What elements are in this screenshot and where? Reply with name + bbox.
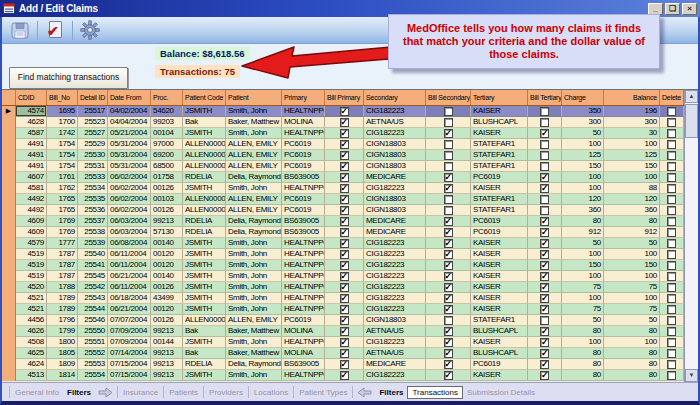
cell-cdid[interactable]: 4492 [16,205,47,216]
cell-patient[interactable]: Delia, Raymond [226,359,282,370]
row-selector[interactable] [2,282,16,293]
cell-balance[interactable]: 150 [604,260,660,271]
cell-date-from[interactable]: 07/14/2004 [108,348,151,359]
cell-balance[interactable]: 75 [604,282,660,293]
cell-detail-id[interactable]: 25551 [78,337,108,348]
cell-tertiary[interactable]: PC6019 [471,227,528,238]
bill-secondary-checkbox[interactable] [444,327,453,336]
table-row[interactable]: 445617962554607/07/200400126ALLEN0000ALL… [2,315,684,326]
column-header-charge[interactable]: Charge [562,90,604,105]
cell-primary[interactable]: BS639005 [282,227,325,238]
cell-charge[interactable]: 100 [562,293,604,304]
cell-date-from[interactable]: 06/03/2004 [108,216,151,227]
table-row[interactable]: 451917872554506/21/200400140JSMITHSmith,… [2,271,684,282]
cell-date-from[interactable]: 06/18/2004 [108,293,151,304]
row-selector[interactable] [2,139,16,150]
cell-detail-id[interactable]: 25537 [78,216,108,227]
cell-balance[interactable]: 80 [604,348,660,359]
cell-detail-id[interactable]: 25554 [78,370,108,381]
cell-bill-no[interactable]: 1765 [47,205,78,216]
cell-proc[interactable]: 99213 [151,370,183,381]
table-row[interactable]: 458717422552705/21/200400104JSMITHSmith,… [2,128,684,139]
delete-checkbox[interactable] [667,316,676,325]
cell-detail-id[interactable]: 25542 [78,282,108,293]
row-selector[interactable] [2,227,16,238]
cell-secondary[interactable]: MEDICARE [364,227,426,238]
cell-patient[interactable]: Smith, John [226,337,282,348]
cell-secondary[interactable]: MEDICARE [364,216,426,227]
find-matching-transactions-button[interactable]: Find matching transactions [9,67,128,89]
cell-secondary[interactable]: CIGN18803 [364,315,426,326]
cell-balance[interactable]: 80 [604,216,660,227]
cell-balance[interactable]: 150 [604,161,660,172]
tab-submission-details[interactable]: Submission Details [463,388,539,397]
table-row[interactable]: 458117622553406/02/200400126JSMITHSmith,… [2,183,684,194]
bill-tertiary-checkbox[interactable] [540,272,549,281]
table-row[interactable]: 449117542552905/31/200497000ALLEN0000ALL… [2,139,684,150]
cell-bill-no[interactable]: 1800 [47,337,78,348]
cell-detail-id[interactable]: 25531 [78,161,108,172]
cell-primary[interactable]: BS639005 [282,216,325,227]
minimize-button[interactable]: _ [648,3,663,15]
cell-date-from[interactable]: 06/11/2004 [108,282,151,293]
cell-charge[interactable]: 360 [562,205,604,216]
delete-checkbox[interactable] [667,140,676,149]
delete-checkbox[interactable] [667,184,676,193]
bill-primary-checkbox[interactable] [340,316,349,325]
table-row[interactable]: 449217652553606/02/200400126ALLEN0000ALL… [2,205,684,216]
cell-tertiary[interactable]: STATEFAR1 [471,315,528,326]
cell-primary[interactable]: HEALTNPPO [282,260,325,271]
cell-patient-code[interactable]: ALLEN0000 [183,315,226,326]
cell-balance[interactable]: 50 [604,238,660,249]
cell-detail-id[interactable]: 25536 [78,205,108,216]
column-header-bill-tertiary[interactable]: Bill Tertiary [528,90,562,105]
cell-detail-id[interactable]: 25517 [78,106,108,117]
cell-tertiary[interactable]: STATEFAR1 [471,205,528,216]
bill-tertiary-checkbox[interactable] [540,338,549,347]
bill-tertiary-checkbox[interactable] [540,371,549,380]
cell-proc[interactable]: 00120 [151,260,183,271]
cell-cdid[interactable]: 4581 [16,183,47,194]
bill-secondary-checkbox[interactable] [444,338,453,347]
cell-detail-id[interactable]: 25550 [78,326,108,337]
cell-proc[interactable]: 99203 [151,117,183,128]
cell-secondary[interactable]: CIGN18803 [364,194,426,205]
cell-patient-code[interactable]: JSMITH [183,304,226,315]
column-header-balance[interactable]: Balance [604,90,660,105]
cell-balance[interactable]: 100 [604,139,660,150]
table-row[interactable]: 450818002555107/09/200400144JSMITHSmith,… [2,337,684,348]
cell-charge[interactable]: 912 [562,227,604,238]
bill-secondary-checkbox[interactable] [444,294,453,303]
cell-patient-code[interactable]: RDELIA [183,216,226,227]
row-selector[interactable] [2,117,16,128]
bill-primary-checkbox[interactable] [340,360,349,369]
cell-patient-code[interactable]: Bak [183,348,226,359]
bill-primary-checkbox[interactable] [340,250,349,259]
cell-balance[interactable]: 912 [604,227,660,238]
cell-date-from[interactable]: 06/21/2004 [108,304,151,315]
cell-secondary[interactable]: CIG182223 [364,128,426,139]
cell-date-from[interactable]: 07/09/2004 [108,337,151,348]
cell-primary[interactable]: HEALTNPPO [282,293,325,304]
column-header-date-from[interactable]: Date From [108,90,151,105]
cell-patient[interactable]: Smith, John [226,293,282,304]
column-header-patient-code[interactable]: Patient Code [183,90,226,105]
table-row[interactable]: 462617992555007/09/200499213BakBaker, Ma… [2,326,684,337]
cell-proc[interactable]: 00126 [151,282,183,293]
delete-checkbox[interactable] [667,305,676,314]
cell-detail-id[interactable]: 25539 [78,238,108,249]
cell-charge[interactable]: 120 [562,194,604,205]
column-header-proc[interactable]: Proc. [151,90,183,105]
bill-tertiary-checkbox[interactable] [540,129,549,138]
cell-charge[interactable]: 80 [562,370,604,381]
table-row[interactable]: 460917692553806/03/200457130RDELIADelia,… [2,227,684,238]
cell-secondary[interactable]: CIG182223 [364,183,426,194]
bill-tertiary-checkbox[interactable] [540,239,549,248]
delete-checkbox[interactable] [667,272,676,281]
cell-bill-no[interactable]: 1754 [47,161,78,172]
cell-secondary[interactable]: CIG182223 [364,304,426,315]
cell-cdid[interactable]: 4491 [16,139,47,150]
cell-bill-no[interactable]: 1814 [47,370,78,381]
cell-cdid[interactable]: 4519 [16,260,47,271]
cell-detail-id[interactable]: 25541 [78,260,108,271]
